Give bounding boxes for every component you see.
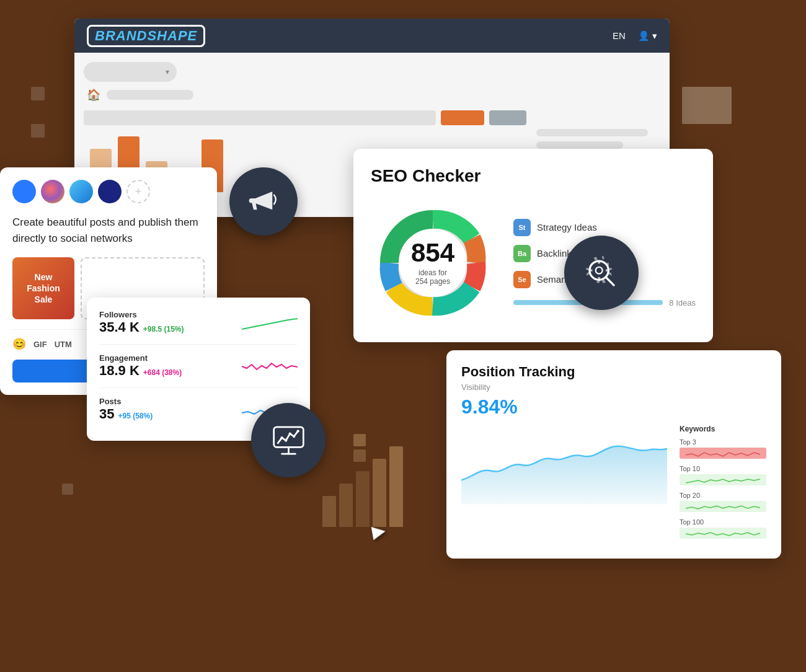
engagement-sparkline [242,357,298,376]
backlinks-badge: Ba [513,245,531,262]
engagement-value: 18.9 K [99,363,140,379]
post-fashion-sale-image: New Fashion Sale [12,257,74,319]
engagement-value-area: 18.9 K +684 (38%) [99,363,182,379]
seo-card: SEO Checker [353,149,713,342]
deco-blocks-area [353,434,366,462]
donut-center: 854 ideas for254 pages [411,240,454,286]
legend-strategy: St Strategy Ideas [513,219,696,236]
followers-change: +98.5 (15%) [143,325,184,334]
deco-square-2 [31,124,45,138]
strategy-label: Strategy Ideas [537,222,597,232]
seo-content: 854 ideas for254 pages St Strategy Ideas… [371,201,696,325]
posts-change: +95 (58%) [118,412,153,420]
keyword-top10: Top 10 [680,465,766,485]
avatar-add-button[interactable]: + [126,180,150,203]
seo-gear-circle [564,236,639,310]
seo-center-number: 854 [411,240,454,266]
analytics-icon [268,420,309,461]
post-avatars: + [12,180,205,203]
semantic-badge: Se [513,271,531,288]
svg-line-2 [606,277,614,285]
followers-value: 35.4 K [99,319,140,335]
keyword-top100: Top 100 [680,518,766,539]
keyword-top20-bar [680,501,766,512]
keyword-top20: Top 20 [680,492,766,512]
seo-title: SEO Checker [371,166,696,186]
deco-square-1 [31,87,45,100]
nav-right: EN 👤 ▾ [613,30,657,42]
language-selector[interactable]: EN [613,30,626,41]
seo-center-label: ideas for254 pages [411,268,454,286]
deco-square-4 [682,87,732,124]
tracking-chart-svg [461,425,667,505]
followers-value-area: 35.4 K +98.5 (15%) [99,319,184,335]
deco-block-1 [353,434,366,446]
deco-bar-3 [356,471,370,527]
post-description: Create beautiful posts and publish them … [12,214,205,246]
avatar-1 [12,180,36,203]
svg-point-9 [288,432,291,435]
home-icon: 🏠 [87,88,100,102]
tracking-card: Position Tracking Visibility 9.84% Keywo… [446,350,781,559]
utm-button[interactable]: UTM [55,340,72,349]
deco-bar-4 [373,459,386,527]
breadcrumb-bar [107,90,193,100]
engagement-info: Engagement 18.9 K +684 (38%) [99,353,182,379]
megaphone-icon [247,185,281,219]
browser-row2: 🏠 [84,88,660,102]
posts-info: Posts 35 +95 (58%) [99,397,153,422]
avatar-4 [98,180,122,203]
keywords-title: Keywords [680,425,766,433]
deco-bar-5 [389,446,403,527]
svg-point-7 [280,436,283,439]
gif-button[interactable]: GIF [33,340,47,349]
posts-value: 35 [99,406,114,422]
tracking-content: Keywords Top 3 Top 10 Top 20 Top [461,425,766,545]
brand-logo: BRANDSHAPE [87,25,205,47]
select-arrow-icon: ▾ [166,68,169,76]
gray-line-1 [536,129,648,136]
bar-gray [489,110,526,125]
tracking-main-chart [461,425,667,545]
analytics-circle [251,403,326,477]
gray-line-2 [536,141,623,149]
keyword-top100-bar [680,528,766,539]
bar-orange [441,110,484,125]
posts-value-area: 35 +95 (58%) [99,406,153,422]
chart-top-bar [84,110,526,125]
deco-bar-2 [339,484,353,527]
engagement-change: +684 (38%) [143,368,182,377]
avatar-2 [41,180,64,203]
followers-row: Followers 35.4 K +98.5 (15%) [99,310,298,345]
avatar-3 [69,180,93,203]
svg-point-3 [595,267,602,273]
svg-point-11 [296,430,299,432]
deco-block-2 [353,449,366,462]
seo-gear-icon [582,253,622,293]
engagement-label: Engagement [99,353,182,363]
browser-select[interactable]: ▾ [84,62,177,82]
seo-donut-chart: 854 ideas for254 pages [371,201,495,325]
megaphone-circle [229,167,298,236]
tracking-percent: 9.84% [461,396,766,418]
followers-label: Followers [99,310,184,319]
deco-square-3 [62,484,73,495]
emoji-icon[interactable]: 😊 [12,337,26,351]
tracking-keywords-area: Keywords Top 3 Top 10 Top 20 Top [680,425,766,545]
keyword-top3: Top 3 [680,438,766,459]
keyword-top3-bar [680,448,766,459]
tracking-subtitle: Visibility [461,382,766,392]
seo-progress-label: 8 Ideas [669,298,696,307]
followers-sparkline [242,314,298,332]
posts-label: Posts [99,397,153,406]
browser-navbar: BRANDSHAPE EN 👤 ▾ [74,19,670,53]
engagement-row: Engagement 18.9 K +684 (38%) [99,353,298,388]
svg-point-8 [285,439,287,441]
keyword-top10-bar [680,474,766,485]
bar-placeholder-1 [84,110,436,125]
select-placeholder [91,68,153,76]
strategy-badge: St [513,219,531,236]
user-menu[interactable]: 👤 ▾ [638,30,657,42]
svg-point-10 [293,435,295,437]
tracking-title: Position Tracking [461,364,766,380]
